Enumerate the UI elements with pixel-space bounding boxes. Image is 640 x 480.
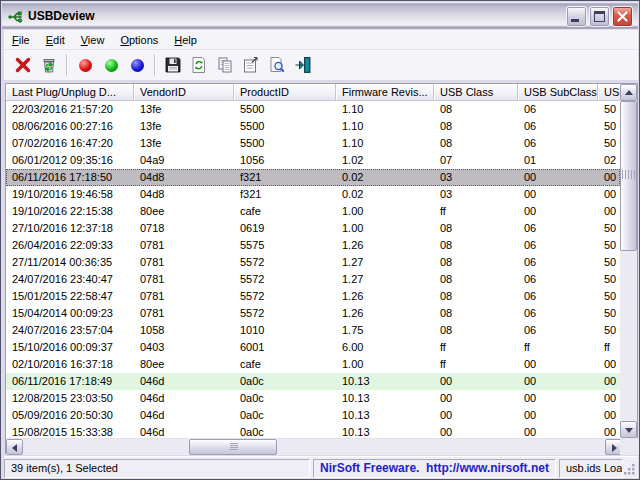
save-button[interactable] bbox=[160, 52, 186, 78]
table-cell: 08 bbox=[434, 237, 518, 254]
table-cell: 05/09/2016 20:50:30 bbox=[6, 407, 134, 424]
device-list: Last Plug/Unplug D... VendorID ProductID… bbox=[5, 83, 638, 454]
uninstall-button[interactable] bbox=[10, 52, 36, 78]
table-cell: 00 bbox=[598, 203, 620, 220]
red-ball-icon bbox=[79, 59, 92, 72]
column-header-usb-protocol[interactable]: USB bbox=[598, 84, 620, 101]
table-cell: 1.10 bbox=[336, 135, 434, 152]
table-cell: 02 bbox=[598, 152, 620, 169]
table-row[interactable]: 19/10/2016 19:46:5804d8f3210.02030000 bbox=[6, 186, 620, 203]
column-header-usb-class[interactable]: USB Class bbox=[434, 84, 518, 101]
resize-grip[interactable] bbox=[623, 463, 636, 476]
table-row[interactable]: 19/10/2016 22:15:3880eecafe1.00ff0000 bbox=[6, 203, 620, 220]
table-row[interactable]: 27/10/2016 12:37:18071806191.00080650 bbox=[6, 220, 620, 237]
table-cell: ff bbox=[518, 339, 598, 356]
copy-button[interactable] bbox=[212, 52, 238, 78]
table-cell: 06 bbox=[518, 305, 598, 322]
table-row[interactable]: 15/10/2016 00:09:37040360016.00ffffff bbox=[6, 339, 620, 356]
table-row[interactable]: 22/03/2016 21:57:2013fe55001.10080650 bbox=[6, 101, 620, 118]
table-row[interactable]: 15/01/2015 22:58:47078155721.26080650 bbox=[6, 288, 620, 305]
column-header-firmware-revision[interactable]: Firmware Revis... bbox=[336, 84, 434, 101]
table-cell: 07/02/2016 16:47:20 bbox=[6, 135, 134, 152]
table-cell: 0403 bbox=[134, 339, 234, 356]
menu-help[interactable]: Help bbox=[166, 31, 205, 49]
vertical-scrollbar[interactable] bbox=[620, 84, 637, 438]
table-cell: 00 bbox=[598, 356, 620, 373]
scrollbar-corner bbox=[620, 438, 637, 455]
menu-edit[interactable]: Edit bbox=[38, 31, 73, 49]
table-cell: 00 bbox=[434, 407, 518, 424]
vertical-scroll-thumb[interactable] bbox=[620, 101, 637, 251]
table-row[interactable]: 05/09/2016 20:50:30046d0a0c10.13000000 bbox=[6, 407, 620, 424]
table-row[interactable]: 06/11/2016 17:18:5004d8f3210.02030000 bbox=[6, 169, 620, 186]
scroll-up-button[interactable] bbox=[620, 84, 637, 101]
table-cell: 5500 bbox=[234, 135, 336, 152]
table-cell: 15/01/2015 22:58:47 bbox=[6, 288, 134, 305]
table-row[interactable]: 02/10/2016 16:37:1880eecafe1.00ff0000 bbox=[6, 356, 620, 373]
down-arrow-icon bbox=[625, 428, 633, 433]
table-cell: 1.75 bbox=[336, 322, 434, 339]
scroll-down-button[interactable] bbox=[620, 421, 637, 438]
table-row[interactable]: 06/01/2012 09:35:1604a910561.02070102 bbox=[6, 152, 620, 169]
statusbar: 39 item(s), 1 Selected NirSoft Freeware.… bbox=[4, 456, 638, 478]
table-row[interactable]: 12/08/2015 23:03:50046d0a0c10.13000000 bbox=[6, 390, 620, 407]
table-cell: 06 bbox=[518, 322, 598, 339]
table-cell: 5575 bbox=[234, 237, 336, 254]
table-cell: 1.26 bbox=[336, 288, 434, 305]
refresh-button[interactable] bbox=[186, 52, 212, 78]
column-header-usb-subclass[interactable]: USB SubClass bbox=[518, 84, 598, 101]
table-row[interactable]: 27/11/2014 00:36:35078155721.27080650 bbox=[6, 254, 620, 271]
disconnect-button[interactable] bbox=[36, 52, 62, 78]
table-row[interactable]: 15/08/2015 15:33:38046d0a0c10.13000000 bbox=[6, 424, 620, 438]
list-header: Last Plug/Unplug D... VendorID ProductID… bbox=[6, 84, 620, 101]
table-row[interactable]: 06/11/2016 17:18:49046d0a0c10.13000000 bbox=[6, 373, 620, 390]
table-row[interactable]: 24/07/2016 23:57:04105810101.75080650 bbox=[6, 322, 620, 339]
green-ball-icon bbox=[105, 59, 118, 72]
green-ball-button[interactable] bbox=[98, 52, 124, 78]
table-cell: 08 bbox=[434, 101, 518, 118]
table-row[interactable]: 24/07/2016 23:40:47078155721.27080650 bbox=[6, 271, 620, 288]
column-header-last-plug-unplug[interactable]: Last Plug/Unplug D... bbox=[6, 84, 134, 101]
table-cell: 1.00 bbox=[336, 220, 434, 237]
table-cell: 1.02 bbox=[336, 152, 434, 169]
horizontal-scroll-thumb[interactable] bbox=[189, 439, 277, 455]
table-cell: 00 bbox=[518, 203, 598, 220]
table-row[interactable]: 08/06/2016 00:27:1613fe55001.10080650 bbox=[6, 118, 620, 135]
table-cell: ff bbox=[434, 203, 518, 220]
table-cell: 1.26 bbox=[336, 237, 434, 254]
table-cell: 0718 bbox=[134, 220, 234, 237]
maximize-button[interactable] bbox=[589, 6, 610, 27]
table-cell: 00 bbox=[518, 390, 598, 407]
status-nirsoft-link[interactable]: NirSoft Freeware. http://www.nirsoft.net bbox=[313, 459, 556, 478]
table-cell: 06/11/2016 17:18:49 bbox=[6, 373, 134, 390]
table-cell: 08 bbox=[434, 220, 518, 237]
table-cell: 08 bbox=[434, 271, 518, 288]
menu-options[interactable]: Options bbox=[112, 31, 166, 49]
table-cell: 08 bbox=[434, 305, 518, 322]
left-arrow-icon bbox=[12, 444, 17, 452]
table-row[interactable]: 15/04/2014 00:09:23078155721.26080650 bbox=[6, 305, 620, 322]
find-button[interactable] bbox=[264, 52, 290, 78]
table-cell: 0781 bbox=[134, 254, 234, 271]
table-row[interactable]: 07/02/2016 16:47:2013fe55001.10080650 bbox=[6, 135, 620, 152]
column-header-vendorid[interactable]: VendorID bbox=[134, 84, 234, 101]
table-cell: 03 bbox=[434, 186, 518, 203]
menu-file[interactable]: File bbox=[4, 31, 38, 49]
table-cell: 1056 bbox=[234, 152, 336, 169]
column-header-productid[interactable]: ProductID bbox=[234, 84, 336, 101]
table-cell: 0781 bbox=[134, 237, 234, 254]
close-button[interactable] bbox=[612, 6, 633, 27]
red-ball-button[interactable] bbox=[72, 52, 98, 78]
exit-button[interactable] bbox=[290, 52, 316, 78]
horizontal-scrollbar[interactable] bbox=[6, 438, 639, 455]
minimize-button[interactable] bbox=[566, 6, 587, 27]
usb-plug-icon bbox=[7, 8, 24, 25]
table-cell: 27/10/2016 12:37:18 bbox=[6, 220, 134, 237]
properties-button[interactable] bbox=[238, 52, 264, 78]
table-row[interactable]: 26/04/2016 22:09:33078155751.26080650 bbox=[6, 237, 620, 254]
scroll-left-button[interactable] bbox=[6, 439, 23, 455]
menu-view[interactable]: View bbox=[73, 31, 113, 49]
thumb-grip bbox=[622, 170, 636, 179]
toolbar-separator bbox=[154, 54, 156, 76]
blue-ball-button[interactable] bbox=[124, 52, 150, 78]
